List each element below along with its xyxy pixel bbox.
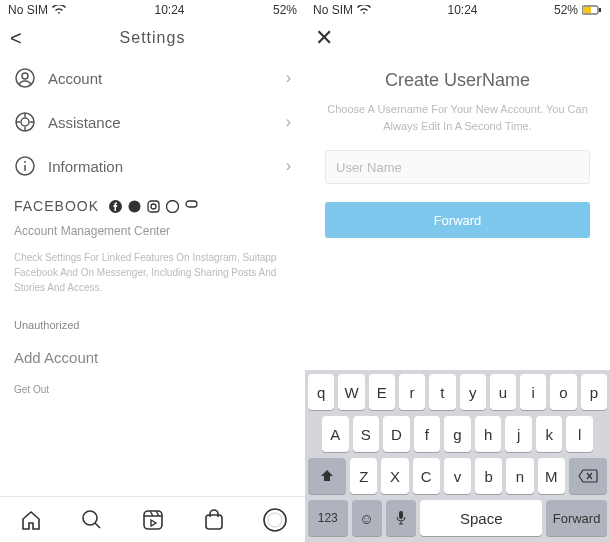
- key-h[interactable]: h: [475, 416, 502, 452]
- battery-icon: [582, 5, 602, 15]
- svg-point-16: [268, 513, 282, 527]
- account-icon: [14, 67, 36, 89]
- shop-icon[interactable]: [202, 508, 226, 532]
- key-emoji[interactable]: ☺: [352, 500, 382, 536]
- whatsapp-icon: [166, 200, 179, 213]
- key-c[interactable]: C: [413, 458, 440, 494]
- facebook-icon: [109, 200, 122, 213]
- svg-point-10: [167, 200, 179, 212]
- row-assistance[interactable]: Assistance ›: [0, 100, 305, 144]
- key-mic[interactable]: [386, 500, 416, 536]
- back-button[interactable]: <: [10, 27, 22, 50]
- wifi-icon: [357, 5, 371, 15]
- row-label: Information: [48, 158, 286, 175]
- key-shift[interactable]: [308, 458, 346, 494]
- svg-rect-14: [206, 515, 222, 529]
- account-management-link[interactable]: Account Management Center: [0, 220, 305, 242]
- key-numbers[interactable]: 123: [308, 500, 348, 536]
- reels-icon[interactable]: [141, 508, 165, 532]
- key-k[interactable]: k: [536, 416, 563, 452]
- key-g[interactable]: g: [444, 416, 471, 452]
- key-m[interactable]: M: [538, 458, 565, 494]
- svg-rect-8: [148, 201, 159, 212]
- svg-point-15: [264, 509, 286, 531]
- create-username-subtitle: Choose A Username For Your New Account. …: [325, 101, 590, 134]
- home-icon[interactable]: [19, 508, 43, 532]
- svg-rect-20: [399, 511, 403, 519]
- key-f[interactable]: f: [414, 416, 441, 452]
- page-title: Settings: [120, 29, 186, 47]
- key-o[interactable]: o: [550, 374, 576, 410]
- key-x[interactable]: X: [381, 458, 408, 494]
- search-icon[interactable]: [80, 508, 104, 532]
- key-e[interactable]: E: [369, 374, 395, 410]
- key-q[interactable]: q: [308, 374, 334, 410]
- svg-point-7: [129, 200, 141, 212]
- key-u[interactable]: u: [490, 374, 516, 410]
- chevron-right-icon: ›: [286, 113, 291, 131]
- row-label: Account: [48, 70, 286, 87]
- key-n[interactable]: n: [506, 458, 533, 494]
- add-account-link[interactable]: Add Account: [0, 341, 305, 374]
- key-space[interactable]: Space: [420, 500, 542, 536]
- key-a[interactable]: A: [322, 416, 349, 452]
- bottom-nav: [0, 496, 305, 542]
- mic-icon: [395, 510, 407, 526]
- row-account[interactable]: Account ›: [0, 56, 305, 100]
- key-y[interactable]: y: [460, 374, 486, 410]
- key-r[interactable]: r: [399, 374, 425, 410]
- key-d[interactable]: D: [383, 416, 410, 452]
- forward-button[interactable]: Forward: [325, 202, 590, 238]
- key-backspace[interactable]: [569, 458, 607, 494]
- shift-icon: [319, 468, 335, 484]
- close-button[interactable]: ✕: [315, 25, 333, 51]
- status-bar: No SIM 10:24 52%: [305, 0, 610, 20]
- backspace-icon: [578, 469, 598, 483]
- keyboard: q W E r t y u i o p A S D f g h j k l Z …: [305, 370, 610, 542]
- key-j[interactable]: j: [505, 416, 532, 452]
- wifi-icon: [52, 5, 66, 15]
- instagram-icon: [147, 200, 160, 213]
- key-w[interactable]: W: [338, 374, 364, 410]
- svg-point-3: [21, 118, 29, 126]
- svg-point-9: [151, 204, 156, 209]
- key-t[interactable]: t: [429, 374, 455, 410]
- key-p[interactable]: p: [581, 374, 607, 410]
- svg-point-5: [24, 161, 26, 163]
- info-icon: [14, 155, 36, 177]
- row-label: Assistance: [48, 114, 286, 131]
- create-username-title: Create UserName: [325, 70, 590, 91]
- messenger-icon: [128, 200, 141, 213]
- chevron-right-icon: ›: [286, 69, 291, 87]
- key-s[interactable]: S: [353, 416, 380, 452]
- key-l[interactable]: l: [566, 416, 593, 452]
- svg-rect-11: [186, 201, 197, 207]
- svg-point-1: [22, 73, 28, 79]
- status-bar: No SIM 10:24 52%: [0, 0, 305, 20]
- username-input[interactable]: User Name: [325, 150, 590, 184]
- key-forward[interactable]: Forward: [546, 500, 607, 536]
- svg-rect-18: [599, 8, 601, 12]
- svg-rect-13: [144, 511, 162, 529]
- fb-description: Check Settings For Linked Features On In…: [0, 242, 305, 309]
- svg-rect-19: [583, 7, 591, 13]
- key-z[interactable]: Z: [350, 458, 377, 494]
- get-out-link[interactable]: Get Out: [0, 374, 305, 405]
- assistance-icon: [14, 111, 36, 133]
- chevron-right-icon: ›: [286, 157, 291, 175]
- key-i[interactable]: i: [520, 374, 546, 410]
- facebook-section: FACEBOOK: [0, 188, 305, 220]
- key-b[interactable]: b: [475, 458, 502, 494]
- profile-icon[interactable]: [263, 508, 287, 532]
- unauthorized-label: Unauthorized: [0, 309, 305, 341]
- row-information[interactable]: Information ›: [0, 144, 305, 188]
- svg-point-12: [83, 511, 97, 525]
- oculus-icon: [185, 200, 198, 213]
- key-v[interactable]: v: [444, 458, 471, 494]
